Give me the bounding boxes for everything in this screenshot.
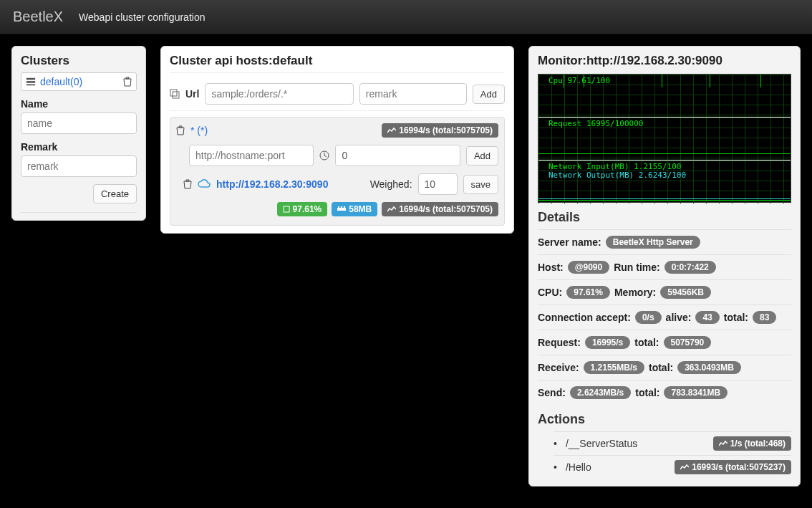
url-label: Url: [185, 88, 199, 100]
clock-icon: [319, 150, 329, 160]
detail-send: Send: 2.6243MB/s total: 783.8341MB: [538, 380, 791, 405]
copy-icon[interactable]: [170, 89, 180, 99]
action-item: /__ServerStatus 1/s (total:468): [554, 431, 791, 455]
host-summary-pill: 16994/s (total:5075705): [382, 123, 498, 138]
request-rate: 16995/s: [585, 336, 630, 349]
action-item: /Hello 16993/s (total:5075237): [554, 455, 791, 479]
svg-rect-1: [26, 81, 35, 83]
detail-cpu-mem: CPU: 97.61% Memory: 59456KB: [538, 279, 791, 305]
detail-host: Host: @9090 Run time: 0:0:7:422: [538, 254, 791, 279]
request-label: Request:: [538, 337, 581, 348]
interval-input[interactable]: [335, 145, 460, 166]
detail-server-name: Server name: BeetleX Http Server: [538, 229, 791, 254]
send-rate: 2.6243MB/s: [570, 386, 631, 399]
request-chart-label: Request 16995/100000: [548, 119, 643, 128]
action-stat: 16993/s (total:5075237): [692, 462, 786, 472]
runtime-label: Run time:: [614, 262, 660, 273]
svg-rect-9: [341, 206, 342, 208]
detail-receive: Receive: 1.2155MB/s total: 363.0493MB: [538, 355, 791, 380]
svg-rect-10: [344, 206, 345, 208]
conn-total-label: total:: [724, 312, 748, 323]
svg-rect-4: [173, 92, 179, 98]
url-add-button[interactable]: Add: [473, 85, 505, 104]
url-remark-input[interactable]: [359, 83, 467, 105]
detail-connections: Connection accept: 0/s alive: 43 total: …: [538, 305, 791, 330]
request-total-value: 5075790: [664, 336, 712, 349]
rps-value: 16994/s (total:5075705): [399, 204, 493, 214]
weighed-label: Weighed:: [370, 178, 412, 190]
conn-total-value: 83: [753, 311, 776, 324]
cluster-item-label: default(0): [40, 76, 119, 87]
alive-value: 43: [695, 311, 719, 324]
svg-rect-8: [338, 206, 339, 208]
runtime-value: 0:0:7:422: [664, 261, 716, 274]
weighed-input[interactable]: [418, 173, 458, 195]
alive-label: alive:: [666, 312, 692, 323]
action-name: /Hello: [566, 461, 675, 473]
clusters-title: Clusters: [21, 54, 137, 68]
clusters-panel: Clusters default(0) Name Remark Create: [11, 46, 146, 221]
details-title: Details: [538, 210, 791, 225]
svg-rect-6: [284, 206, 289, 212]
chart-icon: [387, 127, 396, 134]
netout-chart-label: Network Output(MB) 2.6243/100: [548, 171, 686, 180]
receive-rate: 1.2155MB/s: [584, 361, 644, 374]
host-pattern[interactable]: * (*): [190, 125, 376, 136]
action-stat-pill: 1/s (total:468): [713, 436, 791, 451]
cpu-pill: 97.61%: [277, 202, 328, 216]
host-url-link[interactable]: http://192.168.2.30:9090: [216, 178, 364, 190]
cpu-label: CPU:: [538, 287, 562, 298]
chart-icon: [719, 440, 728, 447]
mem-value: 58MB: [349, 204, 372, 214]
chart-icon: [680, 464, 689, 471]
svg-rect-0: [26, 78, 35, 80]
request-chart: Request 16995/100000: [538, 118, 791, 160]
cpu-value: 97.61%: [293, 204, 322, 214]
host-summary-text: 16994/s (total:5075705): [399, 125, 493, 135]
monitor-title: Monitor:http://192.168.2.30:9090: [538, 54, 791, 68]
send-total-value: 783.8341MB: [664, 386, 728, 399]
name-input[interactable]: [21, 112, 137, 134]
trash-icon[interactable]: [183, 179, 192, 189]
monitor-charts: Cpu 97.61/100 Request 16995/100000 Netwo…: [538, 74, 791, 203]
topbar: BeetleX Webapi cluster configuration: [0, 0, 812, 34]
monitor-panel: Monitor:http://192.168.2.30:9090 Cpu 97.…: [528, 46, 801, 487]
actions-list: /__ServerStatus 1/s (total:468) /Hello 1…: [538, 431, 791, 479]
receive-total-value: 363.0493MB: [677, 361, 741, 374]
url-row: Url Add: [170, 77, 505, 111]
cluster-item[interactable]: default(0): [21, 72, 137, 91]
action-name: /__ServerStatus: [566, 438, 713, 449]
action-stat: 1/s (total:468): [730, 438, 786, 449]
remark-input[interactable]: [21, 155, 137, 177]
remark-label: Remark: [21, 141, 137, 153]
conn-rate: 0/s: [635, 311, 662, 324]
host-entry: * (*) 16994/s (total:5075705) Add: [170, 117, 505, 226]
svg-rect-7: [337, 208, 346, 211]
server-name-value: BeetleX Http Server: [606, 236, 700, 249]
name-label: Name: [21, 98, 137, 110]
memory-value: 59456KB: [660, 286, 711, 299]
page-subtitle: Webapi cluster configuration: [79, 11, 205, 23]
rps-pill: 16994/s (total:5075705): [382, 202, 498, 216]
mem-pill: 58MB: [332, 202, 377, 216]
server-name-label: Server name:: [538, 236, 601, 248]
cpu-chart-label: Cpu 97.61/100: [548, 76, 610, 85]
host-value: @9090: [568, 261, 609, 274]
host-add-button[interactable]: Add: [466, 146, 498, 166]
host-label: Host:: [538, 262, 564, 273]
hosts-panel: Cluster api hosts:default Url Add * (*): [160, 46, 514, 234]
receive-label: Receive:: [538, 362, 579, 373]
action-stat-pill: 16993/s (total:5075237): [675, 460, 791, 474]
trash-icon[interactable]: [176, 125, 185, 135]
host-url-input[interactable]: [189, 145, 314, 166]
svg-rect-2: [26, 85, 35, 86]
save-button[interactable]: save: [463, 175, 498, 194]
trash-icon[interactable]: [123, 77, 132, 87]
cpu-value: 97.61%: [566, 286, 610, 299]
url-input[interactable]: [205, 83, 353, 105]
send-label: Send:: [538, 387, 566, 398]
send-total-label: total:: [635, 387, 659, 398]
cpu-chart: Cpu 97.61/100: [538, 75, 791, 118]
create-button[interactable]: Create: [93, 184, 137, 203]
cloud-icon: [198, 179, 211, 189]
